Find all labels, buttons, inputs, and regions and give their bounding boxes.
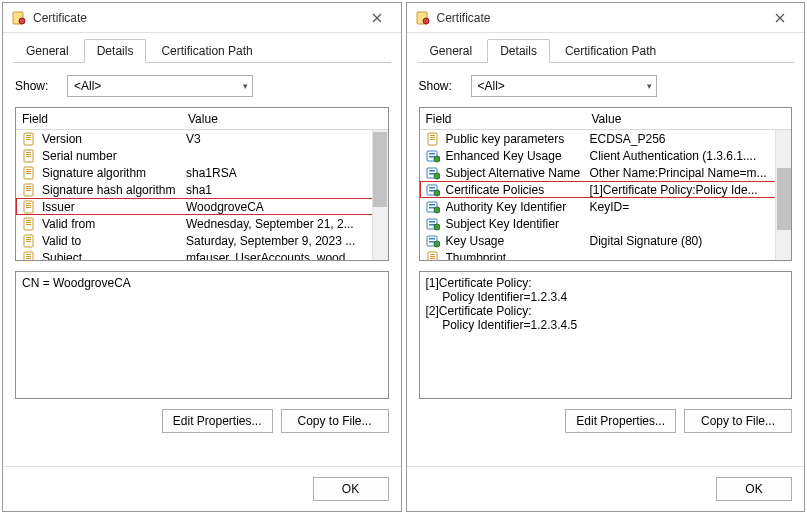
svg-rect-33 bbox=[26, 258, 31, 259]
list-row[interactable]: VersionV3 bbox=[16, 130, 388, 147]
field-list[interactable]: Field Value VersionV3Serial numberSignat… bbox=[15, 107, 389, 261]
svg-rect-24 bbox=[26, 222, 31, 223]
list-row[interactable]: Subject Key Identifier bbox=[420, 215, 792, 232]
ok-button[interactable]: OK bbox=[313, 477, 389, 501]
list-row[interactable]: Enhanced Key UsageClient Authentication … bbox=[420, 147, 792, 164]
svg-rect-25 bbox=[26, 224, 31, 225]
property-icon bbox=[22, 149, 38, 163]
svg-rect-13 bbox=[26, 173, 31, 174]
copy-to-file-button[interactable]: Copy to File... bbox=[281, 409, 389, 433]
svg-rect-65 bbox=[430, 254, 435, 255]
extension-icon bbox=[426, 217, 442, 231]
svg-rect-38 bbox=[430, 137, 435, 138]
list-row[interactable]: Subjectmfauser, UserAccounts, wood... bbox=[16, 249, 388, 260]
row-field: Certificate Policies bbox=[446, 183, 590, 197]
row-value: Saturday, September 9, 2023 ... bbox=[186, 234, 388, 248]
list-row[interactable]: Certificate Policies[1]Certificate Polic… bbox=[420, 181, 792, 198]
show-dropdown[interactable]: <All> ▾ bbox=[67, 75, 253, 97]
row-field: Authority Key Identifier bbox=[446, 200, 590, 214]
row-field: Key Usage bbox=[446, 234, 590, 248]
scrollbar[interactable] bbox=[372, 130, 388, 260]
show-row: Show: <All> ▾ bbox=[15, 75, 389, 97]
header-field[interactable]: Field bbox=[420, 112, 588, 126]
property-icon bbox=[426, 132, 442, 146]
copy-to-file-button[interactable]: Copy to File... bbox=[684, 409, 792, 433]
list-row[interactable]: Thumbprint bbox=[420, 249, 792, 260]
svg-rect-15 bbox=[26, 186, 31, 187]
tab-details[interactable]: Details bbox=[487, 39, 550, 63]
certificate-dialog-right: Certificate General Details Certificatio… bbox=[406, 2, 806, 512]
tab-certification-path[interactable]: Certification Path bbox=[148, 39, 265, 63]
list-row[interactable]: IssuerWoodgroveCA bbox=[16, 198, 388, 215]
tab-general[interactable]: General bbox=[417, 39, 486, 63]
svg-rect-4 bbox=[26, 137, 31, 138]
header-value[interactable]: Value bbox=[588, 112, 792, 126]
show-dropdown[interactable]: <All> ▾ bbox=[471, 75, 657, 97]
svg-rect-3 bbox=[26, 135, 31, 136]
window-title: Certificate bbox=[33, 11, 357, 25]
chevron-down-icon: ▾ bbox=[647, 81, 652, 91]
list-body: VersionV3Serial numberSignature algorith… bbox=[16, 130, 388, 260]
extension-icon bbox=[426, 166, 442, 180]
property-icon bbox=[22, 234, 38, 248]
close-button[interactable] bbox=[357, 5, 397, 31]
list-row[interactable]: Key UsageDigital Signature (80) bbox=[420, 232, 792, 249]
row-value: Other Name:Principal Name=m... bbox=[590, 166, 792, 180]
list-row[interactable]: Subject Alternative NameOther Name:Princ… bbox=[420, 164, 792, 181]
close-icon bbox=[372, 13, 382, 23]
scrollbar-thumb[interactable] bbox=[373, 132, 387, 207]
header-value[interactable]: Value bbox=[184, 112, 388, 126]
svg-rect-41 bbox=[429, 153, 435, 155]
row-value: V3 bbox=[186, 132, 388, 146]
row-field: Valid from bbox=[42, 217, 186, 231]
list-row[interactable]: Authority Key IdentifierKeyID= bbox=[420, 198, 792, 215]
tab-general[interactable]: General bbox=[13, 39, 82, 63]
list-row[interactable]: Signature hash algorithmsha1 bbox=[16, 181, 388, 198]
svg-point-47 bbox=[434, 173, 440, 179]
tab-strip: General Details Certification Path bbox=[407, 33, 805, 63]
list-row[interactable]: Valid toSaturday, September 9, 2023 ... bbox=[16, 232, 388, 249]
ok-button[interactable]: OK bbox=[716, 477, 792, 501]
header-field[interactable]: Field bbox=[16, 112, 184, 126]
svg-rect-45 bbox=[429, 170, 435, 172]
svg-rect-20 bbox=[26, 205, 31, 206]
body: Show: <All> ▾ Field Value Public key par… bbox=[407, 63, 805, 466]
row-field: Issuer bbox=[42, 200, 186, 214]
certificate-icon bbox=[415, 10, 431, 26]
svg-rect-32 bbox=[26, 256, 31, 257]
scrollbar-thumb[interactable] bbox=[777, 168, 791, 230]
svg-rect-21 bbox=[26, 207, 31, 208]
detail-value-box[interactable]: CN = WoodgroveCA bbox=[15, 271, 389, 399]
close-button[interactable] bbox=[760, 5, 800, 31]
list-row[interactable]: Valid fromWednesday, September 21, 2... bbox=[16, 215, 388, 232]
svg-rect-11 bbox=[26, 169, 31, 170]
chevron-down-icon: ▾ bbox=[243, 81, 248, 91]
row-value: Wednesday, September 21, 2... bbox=[186, 217, 388, 231]
row-field: Signature hash algorithm bbox=[42, 183, 186, 197]
svg-rect-12 bbox=[26, 171, 31, 172]
svg-rect-61 bbox=[429, 238, 435, 240]
tab-details[interactable]: Details bbox=[84, 39, 147, 63]
row-value: [1]Certificate Policy:Policy Ide... bbox=[590, 183, 792, 197]
field-list[interactable]: Field Value Public key parametersECDSA_P… bbox=[419, 107, 793, 261]
svg-rect-29 bbox=[26, 241, 31, 242]
scrollbar[interactable] bbox=[775, 130, 791, 260]
list-row[interactable]: Public key parametersECDSA_P256 bbox=[420, 130, 792, 147]
edit-properties-button[interactable]: Edit Properties... bbox=[162, 409, 273, 433]
property-icon bbox=[426, 251, 442, 261]
row-field: Valid to bbox=[42, 234, 186, 248]
svg-rect-53 bbox=[429, 204, 435, 206]
tab-certification-path[interactable]: Certification Path bbox=[552, 39, 669, 63]
row-field: Subject Key Identifier bbox=[446, 217, 590, 231]
detail-value-box[interactable]: [1]Certificate Policy: Policy Identifier… bbox=[419, 271, 793, 399]
row-field: Thumbprint bbox=[446, 251, 590, 261]
svg-rect-67 bbox=[430, 258, 435, 259]
row-field: Public key parameters bbox=[446, 132, 590, 146]
list-row[interactable]: Serial number bbox=[16, 147, 388, 164]
edit-properties-button[interactable]: Edit Properties... bbox=[565, 409, 676, 433]
svg-point-63 bbox=[434, 241, 440, 247]
svg-rect-31 bbox=[26, 254, 31, 255]
property-icon bbox=[22, 183, 38, 197]
list-row[interactable]: Signature algorithmsha1RSA bbox=[16, 164, 388, 181]
row-value: mfauser, UserAccounts, wood... bbox=[186, 251, 388, 261]
